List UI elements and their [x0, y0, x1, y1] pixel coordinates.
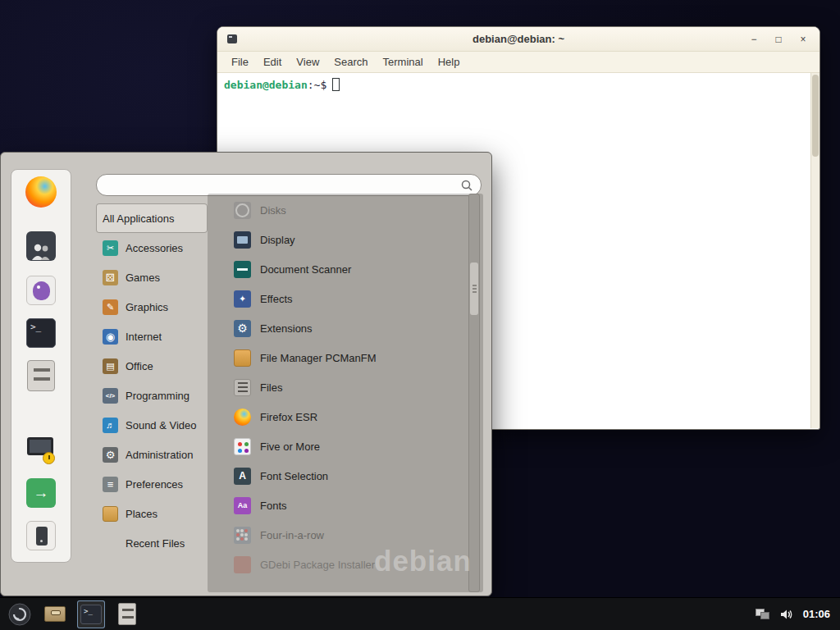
- app-item-firefox-esr[interactable]: Firefox ESR: [234, 402, 465, 431]
- shutdown-icon: [26, 521, 56, 550]
- app-item-five-or-more[interactable]: Five or More: [234, 431, 465, 461]
- five-or-more-icon: [234, 438, 251, 455]
- lock-screen-icon: [25, 436, 57, 465]
- terminal-window-icon: [227, 34, 237, 43]
- terminal-title: debian@debian: ~: [472, 33, 564, 45]
- accessories-icon: [103, 240, 118, 256]
- menu-terminal[interactable]: Terminal: [376, 56, 431, 68]
- fonts-icon: [234, 497, 251, 514]
- app-list-scrollbar[interactable]: [468, 194, 480, 592]
- clock[interactable]: 01:06: [803, 608, 830, 620]
- internet-icon: [103, 329, 118, 345]
- category-all-applications[interactable]: All Applications: [96, 203, 208, 233]
- favorite-messenger[interactable]: [23, 272, 59, 308]
- favorite-firefox[interactable]: [23, 174, 59, 210]
- application-list: Disks Display Document Scanner Effects E…: [234, 195, 465, 579]
- shell-prompt-line: debian@debian:~$: [217, 73, 819, 96]
- category-list: All Applications Accessories Games Graph…: [96, 203, 208, 558]
- category-places[interactable]: Places: [96, 499, 208, 528]
- terminal-launcher-icon: [80, 605, 102, 624]
- menu-swirl-icon: [8, 603, 31, 626]
- menu-help[interactable]: Help: [431, 56, 468, 68]
- drawer-icon: [44, 606, 66, 622]
- favorite-users[interactable]: [23, 228, 59, 264]
- logout-icon: [26, 478, 56, 508]
- font-selection-icon: [234, 468, 251, 485]
- prompt-path: :~$: [308, 79, 326, 91]
- terminal-launcher[interactable]: [77, 600, 105, 628]
- network-icon[interactable]: [756, 609, 770, 620]
- terminal-titlebar[interactable]: debian@debian: ~ − □ ×: [217, 27, 819, 52]
- search-input[interactable]: [105, 179, 461, 191]
- prompt-user-host: debian@debian: [224, 79, 308, 91]
- menu-edit[interactable]: Edit: [256, 56, 289, 68]
- app-item-file-manager-pcmanfm[interactable]: File Manager PCManFM: [234, 343, 465, 372]
- menu-view[interactable]: View: [289, 56, 326, 68]
- app-item-disks[interactable]: Disks: [234, 195, 465, 225]
- category-graphics[interactable]: Graphics: [96, 292, 208, 322]
- close-button[interactable]: ×: [793, 30, 813, 48]
- four-in-a-row-icon: [234, 527, 251, 544]
- favorite-file-cabinet[interactable]: [23, 358, 59, 394]
- logout-button[interactable]: [23, 475, 59, 511]
- menu-button[interactable]: [7, 601, 33, 628]
- games-icon: [103, 270, 118, 285]
- app-item-effects[interactable]: Effects: [234, 284, 465, 313]
- gdebi-icon: [234, 556, 251, 573]
- app-item-four-in-a-row[interactable]: Four-in-a-row: [234, 520, 465, 550]
- taskbar-panel: 01:06: [0, 597, 840, 630]
- files-launcher-icon: [118, 603, 136, 625]
- menu-file[interactable]: File: [224, 56, 256, 68]
- app-item-font-selection[interactable]: Font Selection: [234, 461, 465, 491]
- category-recent-files[interactable]: Recent Files: [96, 528, 208, 558]
- preferences-icon: [103, 477, 118, 492]
- category-games[interactable]: Games: [96, 262, 208, 292]
- folder-icon: [234, 349, 251, 367]
- display-icon: [234, 231, 251, 249]
- app-item-files[interactable]: Files: [234, 372, 465, 402]
- office-icon: [103, 358, 118, 374]
- programming-icon: [103, 388, 118, 404]
- app-item-document-scanner[interactable]: Document Scanner: [234, 254, 465, 284]
- extensions-icon: [234, 320, 251, 337]
- menu-search[interactable]: Search: [326, 56, 375, 68]
- favorite-terminal[interactable]: [23, 315, 59, 351]
- volume-icon[interactable]: [780, 609, 793, 620]
- category-office[interactable]: Office: [96, 351, 208, 381]
- files-launcher[interactable]: [113, 600, 141, 628]
- category-accessories[interactable]: Accessories: [96, 233, 208, 262]
- terminal-icon: [26, 318, 56, 348]
- places-folder-icon: [103, 506, 118, 522]
- scanner-icon: [234, 261, 251, 278]
- lock-screen-button[interactable]: [23, 432, 59, 468]
- category-preferences[interactable]: Preferences: [96, 469, 208, 499]
- app-item-fonts[interactable]: Fonts: [234, 491, 465, 520]
- disks-icon: [234, 202, 251, 219]
- file-manager-launcher[interactable]: [41, 600, 69, 628]
- menu-search-box: [96, 174, 482, 196]
- category-programming[interactable]: Programming: [96, 381, 208, 410]
- app-list-scrollbar-thumb[interactable]: [470, 262, 478, 315]
- administration-icon: [103, 447, 118, 463]
- desktop-background[interactable]: debian@debian: ~ − □ × File Edit View Se…: [0, 0, 840, 630]
- category-sound-video[interactable]: Sound & Video: [96, 410, 208, 440]
- terminal-scrollbar[interactable]: [810, 73, 819, 428]
- firefox-esr-icon: [234, 409, 251, 426]
- favorites-panel: [11, 169, 71, 563]
- files-icon: [234, 379, 251, 396]
- app-item-extensions[interactable]: Extensions: [234, 313, 465, 343]
- category-internet[interactable]: Internet: [96, 322, 208, 351]
- app-item-display[interactable]: Display: [234, 225, 465, 254]
- effects-icon: [234, 290, 251, 308]
- terminal-menubar: File Edit View Search Terminal Help: [217, 52, 819, 73]
- graphics-icon: [103, 299, 118, 315]
- maximize-button[interactable]: □: [769, 30, 788, 48]
- terminal-scrollbar-thumb[interactable]: [812, 75, 819, 157]
- category-administration[interactable]: Administration: [96, 440, 208, 469]
- system-tray: 01:06: [756, 608, 833, 620]
- minimize-button[interactable]: −: [744, 30, 764, 48]
- search-icon: [461, 180, 472, 191]
- app-item-gdebi[interactable]: GDebi Package Installer: [234, 550, 465, 579]
- application-menu: All Applications Accessories Games Graph…: [0, 152, 492, 596]
- shutdown-button[interactable]: [23, 518, 59, 554]
